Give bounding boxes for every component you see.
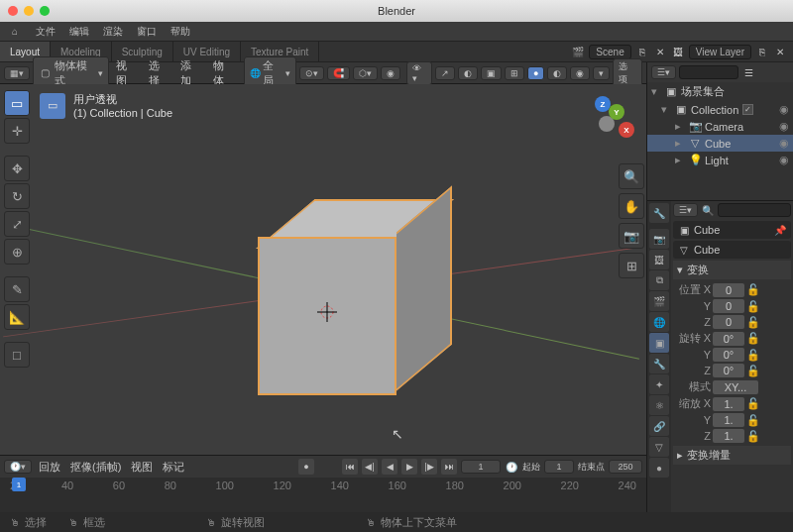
3d-viewport[interactable]: ▭ 用户透视 (1) Collection | Cube Z Y X 🔍 ✋ 📷 [0, 84, 646, 455]
pin-icon[interactable]: 📌 [773, 223, 787, 237]
options-dropdown[interactable]: 选项 [613, 58, 642, 88]
lock-scale-y[interactable]: 🔓 [746, 414, 760, 427]
timeline-menu-marker[interactable]: 标记 [160, 460, 187, 475]
header-menu-select[interactable]: 选择 [145, 58, 173, 88]
scene-new-icon[interactable]: ⎘ [635, 45, 649, 58]
lock-scale-z[interactable]: 🔓 [746, 430, 760, 443]
viewlayer-unlink-icon[interactable]: ✕ [773, 45, 787, 58]
jump-keyframe-forward-button[interactable]: |▶ [421, 459, 437, 475]
pan-button[interactable]: ✋ [619, 193, 644, 219]
props-tab-tool[interactable]: 🔧 [649, 203, 669, 223]
outliner-item-light[interactable]: ▸💡Light◉ [647, 152, 793, 168]
menu-file[interactable]: 文件 [30, 23, 61, 41]
camera-view-button[interactable]: 📷 [619, 223, 644, 249]
data-name-field[interactable]: ▽ Cube [673, 241, 791, 259]
location-x-field[interactable]: 0 [713, 283, 744, 297]
jump-to-start-button[interactable]: ⏮ [342, 459, 358, 475]
props-tab-world[interactable]: 🌐 [649, 312, 669, 332]
outliner-editor-type[interactable]: ☰▾ [651, 65, 676, 79]
show-gizmo-toggle[interactable]: ↗ [435, 66, 455, 80]
object-name-field[interactable]: ▣ Cube 📌 [673, 221, 791, 239]
viewlayer-selector[interactable]: View Layer [689, 45, 751, 59]
rotation-z-field[interactable]: 0° [713, 364, 744, 377]
collection-visibility-icon[interactable]: ◉ [779, 103, 789, 116]
location-z-field[interactable]: 0 [713, 315, 744, 329]
play-reverse-button[interactable]: ◀ [382, 459, 397, 475]
close-window-button[interactable] [8, 6, 18, 16]
shading-options[interactable]: ▾ [593, 66, 610, 80]
lock-location-z[interactable]: 🔓 [746, 316, 760, 329]
menu-help[interactable]: 帮助 [165, 23, 196, 41]
timeline-menu-view[interactable]: 视图 [128, 460, 156, 475]
visibility-toggle[interactable]: ◉ [779, 154, 789, 166]
navigation-gizmo[interactable]: Z Y X [579, 96, 634, 152]
show-overlays-toggle[interactable]: ◐ [458, 66, 478, 80]
tool-rotate[interactable]: ↻ [4, 183, 30, 209]
object-visibility-filter[interactable]: 👁▾ [406, 61, 432, 85]
proportional-edit-toggle[interactable]: ◉ [381, 66, 400, 80]
menu-render[interactable]: 渲染 [97, 23, 129, 41]
props-tab-object[interactable]: ▣ [649, 333, 669, 353]
delta-transform-panel-header[interactable]: ▸变换增量 [673, 446, 791, 465]
blender-logo-icon[interactable]: ⌂ [6, 24, 24, 39]
menu-window[interactable]: 窗口 [131, 23, 163, 41]
zoom-button[interactable]: 🔍 [619, 163, 644, 189]
pivot-selector[interactable]: ⊙▾ [299, 66, 324, 80]
start-frame-field[interactable]: 1 [544, 460, 574, 474]
gizmo-x-axis[interactable]: X [619, 122, 634, 138]
props-display-mode[interactable]: ☰▾ [673, 203, 698, 217]
end-frame-field[interactable]: 250 [609, 460, 642, 474]
transform-panel-header[interactable]: ▾变换 [673, 261, 791, 279]
menu-edit[interactable]: 编辑 [63, 23, 95, 41]
editor-type-selector[interactable]: ▦▾ [4, 66, 30, 80]
maximize-window-button[interactable] [40, 6, 50, 16]
tool-measure[interactable]: 📐 [4, 304, 30, 330]
play-button[interactable]: ▶ [401, 459, 417, 475]
playhead[interactable]: 1 [12, 478, 26, 491]
jump-to-end-button[interactable]: ⏭ [441, 459, 457, 475]
shading-wireframe[interactable]: ⊞ [505, 66, 524, 80]
tool-annotate[interactable]: ✎ [4, 276, 30, 302]
lock-rotation-y[interactable]: 🔓 [746, 349, 760, 362]
scale-y-field[interactable]: 1. [713, 413, 744, 427]
outliner-item-camera[interactable]: ▸📷Camera◉ [647, 118, 793, 135]
snap-toggle[interactable]: 🧲 [327, 66, 350, 80]
jump-keyframe-back-button[interactable]: ◀| [362, 459, 378, 475]
scale-x-field[interactable]: 1. [713, 397, 744, 411]
scene-unlink-icon[interactable]: ✕ [653, 45, 667, 58]
scene-selector[interactable]: Scene [589, 45, 630, 59]
tool-select-box[interactable]: ▭ [4, 90, 30, 116]
props-tab-constraints[interactable]: 🔗 [649, 416, 669, 436]
props-tab-particles[interactable]: ✦ [649, 374, 669, 394]
props-tab-modifiers[interactable]: 🔧 [649, 354, 669, 373]
tool-cursor[interactable]: ✛ [4, 118, 30, 144]
timeline-editor-type[interactable]: 🕐▾ [4, 460, 32, 474]
outliner-search-input[interactable] [679, 65, 738, 79]
object-cube[interactable] [258, 213, 416, 372]
viewlayer-new-icon[interactable]: ⎘ [755, 45, 769, 58]
props-tab-physics[interactable]: ⚛ [649, 395, 669, 415]
location-y-field[interactable]: 0 [713, 299, 744, 313]
props-search-input[interactable] [718, 203, 791, 217]
rotation-mode-selector[interactable]: XY... [713, 380, 758, 394]
tool-move[interactable]: ✥ [4, 156, 30, 181]
tool-transform[interactable]: ⊕ [4, 239, 30, 265]
scale-z-field[interactable]: 1. [713, 429, 744, 443]
visibility-toggle[interactable]: ◉ [779, 137, 789, 150]
gizmo-y-axis[interactable]: Y [609, 104, 624, 120]
visibility-toggle[interactable]: ◉ [779, 120, 789, 133]
outliner-filter-icon[interactable]: ☰ [741, 65, 755, 79]
timeline-track[interactable]: 20406080100120140160180200220240 1 [0, 478, 646, 512]
header-menu-view[interactable]: 视图 [112, 58, 141, 88]
viewlayer-browse-icon[interactable]: 🖼 [671, 45, 685, 58]
shading-rendered[interactable]: ◉ [570, 66, 590, 80]
props-tab-material[interactable]: ● [649, 458, 669, 478]
ortho-toggle-button[interactable]: ⊞ [619, 253, 644, 278]
timeline-menu-keying[interactable]: 抠像(插帧) [67, 460, 124, 475]
outliner-item-cube[interactable]: ▸▽Cube◉ [647, 135, 793, 152]
lock-location-y[interactable]: 🔓 [746, 300, 760, 313]
snap-element[interactable]: ⬡▾ [353, 66, 378, 80]
props-tab-output[interactable]: 🖼 [649, 250, 669, 269]
minimize-window-button[interactable] [24, 6, 34, 16]
timeline-menu-playback[interactable]: 回放 [36, 460, 63, 475]
